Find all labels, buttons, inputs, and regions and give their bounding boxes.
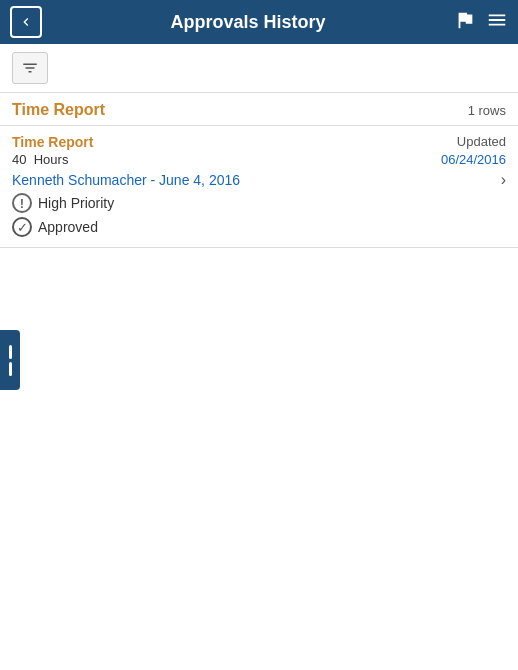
- handle-icon: [9, 345, 12, 376]
- card-row-hours: 40 Hours 06/24/2016: [12, 152, 506, 167]
- approved-text: Approved: [38, 219, 98, 235]
- card-row-priority: ! High Priority: [12, 193, 506, 213]
- flag-icon[interactable]: [454, 9, 476, 36]
- card-hours-value: 40: [12, 152, 26, 167]
- approved-icon: ✓: [12, 217, 32, 237]
- back-button[interactable]: [10, 6, 42, 38]
- card-type-label: Time Report: [12, 134, 93, 150]
- side-panel-handle[interactable]: [0, 330, 20, 390]
- priority-icon: !: [12, 193, 32, 213]
- priority-text: High Priority: [38, 195, 114, 211]
- card-row-type: Time Report Updated: [12, 134, 506, 150]
- card-hours: 40 Hours: [12, 152, 68, 167]
- app-header: Approvals History: [0, 0, 518, 44]
- time-report-card[interactable]: Time Report Updated 40 Hours 06/24/2016 …: [0, 125, 518, 247]
- menu-icon[interactable]: [486, 9, 508, 36]
- card-person-name: Kenneth Schumacher - June 4, 2016: [12, 172, 240, 188]
- section-count: 1 rows: [468, 103, 506, 118]
- section-header: Time Report 1 rows: [0, 93, 518, 125]
- card-hours-unit: Hours: [34, 152, 69, 167]
- card-row-approved: ✓ Approved: [12, 217, 506, 237]
- card-row-name: Kenneth Schumacher - June 4, 2016 ›: [12, 171, 506, 189]
- card-date: 06/24/2016: [441, 152, 506, 167]
- header-actions: [454, 9, 508, 36]
- chevron-right-icon: ›: [501, 171, 506, 189]
- card-status-header: Updated: [457, 134, 506, 149]
- page-title: Approvals History: [42, 12, 454, 33]
- filter-bar: [0, 44, 518, 93]
- section-title: Time Report: [12, 101, 105, 119]
- card-divider: [0, 247, 518, 248]
- filter-button[interactable]: [12, 52, 48, 84]
